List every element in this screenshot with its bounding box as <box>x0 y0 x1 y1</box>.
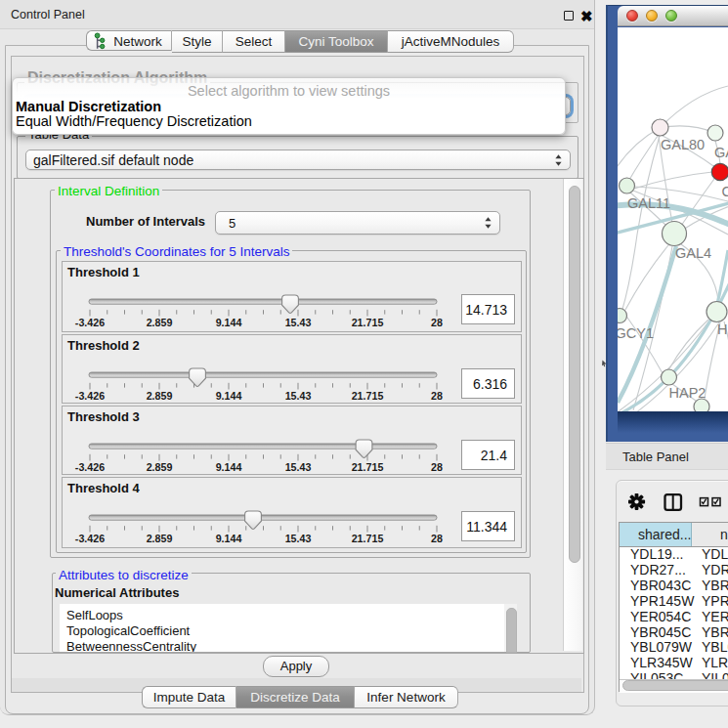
svg-text:GAL4: GAL4 <box>714 145 728 160</box>
svg-text:GAL4: GAL4 <box>675 245 711 261</box>
svg-text:9.144: 9.144 <box>216 533 242 544</box>
svg-text:9.144: 9.144 <box>216 390 242 402</box>
svg-text:28: 28 <box>431 390 443 402</box>
svg-text:CY: CY <box>722 184 728 199</box>
svg-text:2.859: 2.859 <box>147 533 173 544</box>
svg-text:21.715: 21.715 <box>352 533 384 544</box>
svg-text:GAL80: GAL80 <box>661 137 705 152</box>
svg-text:-3.426: -3.426 <box>75 317 105 328</box>
svg-text:HAP2: HAP2 <box>669 385 707 401</box>
svg-text:-3.426: -3.426 <box>75 461 105 473</box>
svg-text:9.144: 9.144 <box>216 461 242 473</box>
svg-text:28: 28 <box>431 533 443 544</box>
svg-text:15.43: 15.43 <box>285 461 312 473</box>
svg-text:21.715: 21.715 <box>352 317 384 328</box>
svg-text:15.43: 15.43 <box>285 390 312 402</box>
svg-text:2.859: 2.859 <box>147 390 173 402</box>
svg-text:15.43: 15.43 <box>285 317 312 328</box>
svg-text:15.43: 15.43 <box>285 533 312 544</box>
svg-text:9.144: 9.144 <box>216 317 242 328</box>
svg-text:21.715: 21.715 <box>352 461 384 473</box>
svg-text:HI: HI <box>717 321 728 337</box>
svg-text:GAL11: GAL11 <box>627 195 670 211</box>
svg-text:28: 28 <box>431 317 443 328</box>
svg-text:2.859: 2.859 <box>147 461 173 473</box>
svg-text:21.715: 21.715 <box>352 390 384 402</box>
svg-text:-3.426: -3.426 <box>75 533 105 544</box>
svg-text:2.859: 2.859 <box>147 317 173 328</box>
svg-text:28: 28 <box>431 461 443 473</box>
svg-text:-3.426: -3.426 <box>75 390 105 402</box>
svg-text:GCY1: GCY1 <box>618 325 654 341</box>
